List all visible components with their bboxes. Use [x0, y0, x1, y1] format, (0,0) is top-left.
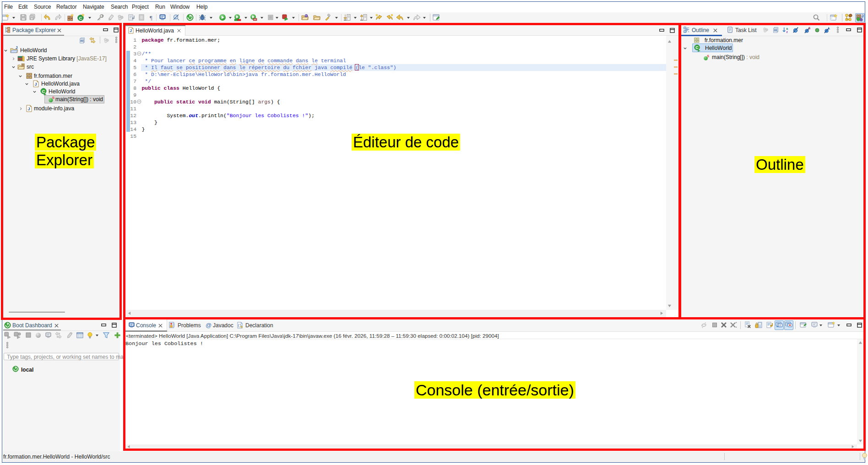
svg-text:¶: ¶: [150, 14, 152, 21]
svg-text:C: C: [79, 16, 82, 21]
svg-text:J: J: [861, 14, 863, 18]
svg-text:P: P: [102, 15, 104, 18]
